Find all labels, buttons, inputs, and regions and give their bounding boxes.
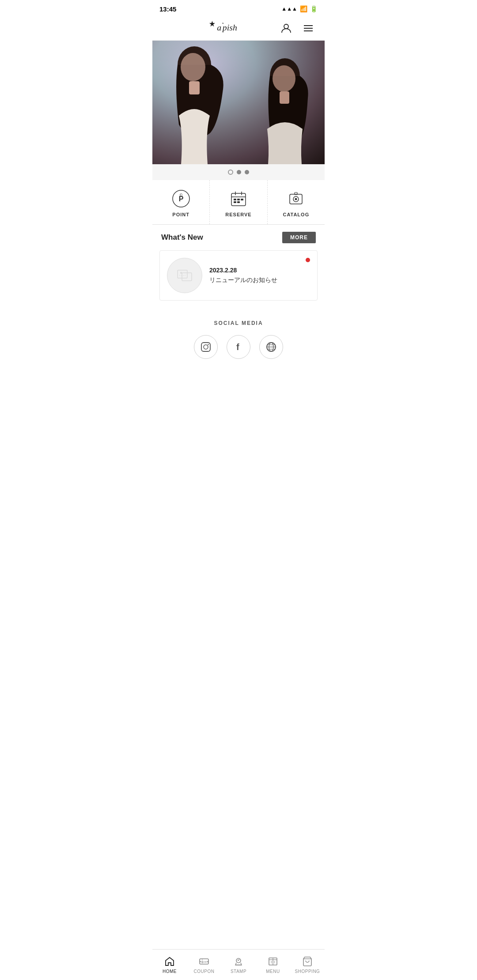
status-bar: 13:45 ▲▲▲ 📶 🔋 xyxy=(152,0,325,16)
svg-point-4 xyxy=(284,24,288,29)
news-thumbnail xyxy=(167,258,202,293)
header-actions xyxy=(279,21,316,36)
quick-nav-catalog[interactable]: CATALOG xyxy=(268,180,325,224)
svg-marker-0 xyxy=(209,21,215,26)
reserve-icon xyxy=(229,189,248,208)
whats-new-header: What's New MORE xyxy=(152,225,325,250)
website-button[interactable] xyxy=(259,335,283,359)
reserve-label: RESERVE xyxy=(225,212,251,217)
dot-2[interactable] xyxy=(237,170,241,174)
carousel-dots xyxy=(152,164,325,180)
hamburger-icon xyxy=(303,23,314,34)
quick-nav-point[interactable]: P © POINT xyxy=(152,180,210,224)
wifi-icon: 📶 xyxy=(300,5,307,12)
menu-button[interactable] xyxy=(301,21,316,36)
instagram-button[interactable] xyxy=(194,335,218,359)
dot-1[interactable] xyxy=(228,170,233,175)
news-text: リニューアルのお知らせ xyxy=(209,276,310,284)
globe-icon xyxy=(265,341,277,353)
news-content: 2023.2.28 リニューアルのお知らせ xyxy=(209,267,310,284)
catalog-label: CATALOG xyxy=(283,212,309,217)
whats-new-title: What's New xyxy=(161,233,203,242)
catalog-icon xyxy=(286,189,306,208)
battery-icon: 🔋 xyxy=(310,5,318,12)
svg-point-28 xyxy=(295,198,297,200)
status-time: 13:45 xyxy=(159,5,176,13)
svg-text:*: * xyxy=(222,21,224,26)
status-icons: ▲▲▲ 📶 🔋 xyxy=(281,5,318,12)
svg-rect-10 xyxy=(189,81,200,94)
svg-rect-25 xyxy=(237,201,240,203)
point-icon: P © xyxy=(171,189,191,208)
person-figure-1 xyxy=(161,45,236,164)
facebook-button[interactable]: f xyxy=(227,335,250,359)
person-icon xyxy=(280,23,292,34)
svg-point-9 xyxy=(181,53,205,81)
hero-figures xyxy=(152,41,325,164)
thumbnail-placeholder-icon xyxy=(176,267,193,284)
svg-text:pish: pish xyxy=(222,23,237,32)
facebook-icon: f xyxy=(233,341,244,353)
account-button[interactable] xyxy=(279,21,294,36)
logo-svg: a pish * xyxy=(206,19,254,35)
app-header: a pish * xyxy=(152,16,325,41)
svg-rect-21 xyxy=(234,199,236,200)
dot-3[interactable] xyxy=(245,170,249,174)
news-date: 2023.2.28 xyxy=(209,267,310,274)
news-item[interactable]: 2023.2.28 リニューアルのお知らせ xyxy=(159,250,318,301)
unread-badge xyxy=(306,258,310,262)
svg-rect-23 xyxy=(241,199,243,200)
quick-nav-reserve[interactable]: RESERVE xyxy=(210,180,267,224)
quick-nav: P © POINT RESERV xyxy=(152,180,325,225)
svg-text:a: a xyxy=(217,23,221,32)
social-icons: f xyxy=(161,335,316,359)
svg-text:©: © xyxy=(179,193,182,197)
social-section: SOCIAL MEDIA f xyxy=(152,309,325,377)
svg-rect-22 xyxy=(237,199,240,200)
instagram-icon xyxy=(200,341,212,353)
svg-rect-34 xyxy=(201,343,210,351)
svg-point-36 xyxy=(208,344,208,345)
signal-icon: ▲▲▲ xyxy=(281,6,297,12)
svg-rect-30 xyxy=(178,270,187,278)
svg-rect-13 xyxy=(280,91,289,104)
social-title: SOCIAL MEDIA xyxy=(161,320,316,326)
svg-point-33 xyxy=(180,272,182,274)
svg-rect-24 xyxy=(234,201,236,203)
svg-text:f: f xyxy=(236,342,239,352)
app-logo: a pish * xyxy=(181,19,279,37)
svg-point-12 xyxy=(273,65,295,92)
svg-point-35 xyxy=(204,345,208,349)
point-label: POINT xyxy=(172,212,189,217)
person-figure-2 xyxy=(250,54,316,164)
svg-rect-31 xyxy=(182,273,192,281)
more-button[interactable]: MORE xyxy=(282,232,316,243)
hero-image xyxy=(152,41,325,164)
